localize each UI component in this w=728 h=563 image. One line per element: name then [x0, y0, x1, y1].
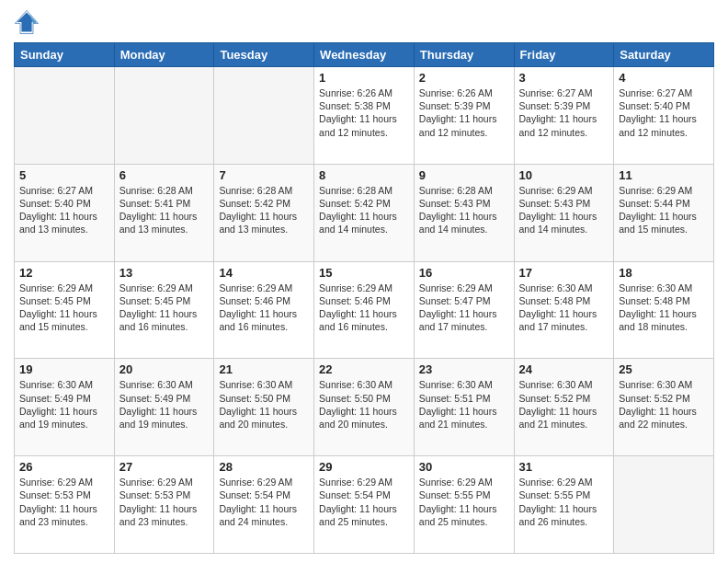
page: SundayMondayTuesdayWednesdayThursdayFrid…: [0, 0, 728, 563]
week-row-2: 5Sunrise: 6:27 AMSunset: 5:40 PMDaylight…: [15, 164, 714, 261]
header-day-wednesday: Wednesday: [314, 43, 415, 67]
day-info: Sunrise: 6:27 AMSunset: 5:40 PMDaylight:…: [19, 184, 109, 236]
logo: [14, 9, 43, 35]
day-info: Sunrise: 6:28 AMSunset: 5:42 PMDaylight:…: [219, 184, 309, 236]
day-info: Sunrise: 6:28 AMSunset: 5:43 PMDaylight:…: [419, 184, 509, 236]
header-day-thursday: Thursday: [414, 43, 514, 67]
day-info: Sunrise: 6:29 AMSunset: 5:43 PMDaylight:…: [519, 184, 609, 236]
header: [14, 9, 714, 35]
day-info: Sunrise: 6:29 AMSunset: 5:54 PMDaylight:…: [219, 476, 309, 528]
day-cell: 4Sunrise: 6:27 AMSunset: 5:40 PMDaylight…: [614, 67, 714, 165]
day-cell: 19Sunrise: 6:30 AMSunset: 5:49 PMDayligh…: [15, 359, 115, 456]
day-number: 23: [419, 362, 509, 376]
day-cell: 1Sunrise: 6:26 AMSunset: 5:38 PMDaylight…: [314, 67, 415, 165]
day-cell: 10Sunrise: 6:29 AMSunset: 5:43 PMDayligh…: [514, 164, 614, 261]
day-info: Sunrise: 6:26 AMSunset: 5:39 PMDaylight:…: [419, 86, 509, 139]
day-number: 22: [319, 362, 409, 376]
day-number: 7: [219, 168, 309, 182]
day-cell: 21Sunrise: 6:30 AMSunset: 5:50 PMDayligh…: [214, 359, 314, 456]
week-row-1: 1Sunrise: 6:26 AMSunset: 5:38 PMDaylight…: [15, 67, 714, 165]
day-info: Sunrise: 6:30 AMSunset: 5:48 PMDaylight:…: [619, 282, 709, 334]
day-info: Sunrise: 6:29 AMSunset: 5:45 PMDaylight:…: [19, 282, 109, 334]
day-info: Sunrise: 6:29 AMSunset: 5:53 PMDaylight:…: [119, 476, 210, 528]
day-info: Sunrise: 6:30 AMSunset: 5:50 PMDaylight:…: [319, 378, 409, 431]
day-number: 10: [519, 168, 609, 182]
calendar-body: 1Sunrise: 6:26 AMSunset: 5:38 PMDaylight…: [15, 67, 714, 554]
day-info: Sunrise: 6:29 AMSunset: 5:47 PMDaylight:…: [419, 282, 509, 334]
day-number: 2: [419, 71, 509, 85]
week-row-5: 26Sunrise: 6:29 AMSunset: 5:53 PMDayligh…: [15, 456, 714, 554]
day-info: Sunrise: 6:30 AMSunset: 5:51 PMDaylight:…: [419, 378, 509, 431]
day-cell: 6Sunrise: 6:28 AMSunset: 5:41 PMDaylight…: [114, 164, 214, 261]
day-info: Sunrise: 6:30 AMSunset: 5:52 PMDaylight:…: [519, 378, 609, 431]
header-day-saturday: Saturday: [614, 43, 714, 67]
day-number: 16: [419, 266, 509, 280]
day-info: Sunrise: 6:30 AMSunset: 5:49 PMDaylight:…: [119, 378, 210, 431]
day-cell: 13Sunrise: 6:29 AMSunset: 5:45 PMDayligh…: [114, 261, 214, 359]
day-number: 18: [619, 266, 709, 280]
day-cell: [214, 67, 314, 165]
day-info: Sunrise: 6:29 AMSunset: 5:54 PMDaylight:…: [319, 476, 409, 528]
day-cell: [614, 456, 714, 554]
day-cell: 23Sunrise: 6:30 AMSunset: 5:51 PMDayligh…: [414, 359, 514, 456]
day-info: Sunrise: 6:28 AMSunset: 5:42 PMDaylight:…: [319, 184, 409, 236]
day-number: 29: [319, 460, 409, 474]
day-number: 9: [419, 168, 509, 182]
day-cell: 9Sunrise: 6:28 AMSunset: 5:43 PMDaylight…: [414, 164, 514, 261]
day-info: Sunrise: 6:28 AMSunset: 5:41 PMDaylight:…: [119, 184, 210, 236]
day-cell: 29Sunrise: 6:29 AMSunset: 5:54 PMDayligh…: [314, 456, 415, 554]
day-number: 21: [219, 362, 309, 376]
day-number: 8: [319, 168, 409, 182]
day-number: 25: [619, 362, 709, 376]
day-cell: [114, 67, 214, 165]
day-cell: 3Sunrise: 6:27 AMSunset: 5:39 PMDaylight…: [514, 67, 614, 165]
day-info: Sunrise: 6:27 AMSunset: 5:40 PMDaylight:…: [619, 86, 709, 139]
day-number: 5: [19, 168, 109, 182]
header-day-friday: Friday: [514, 43, 614, 67]
day-cell: 31Sunrise: 6:29 AMSunset: 5:55 PMDayligh…: [514, 456, 614, 554]
day-number: 4: [619, 71, 709, 85]
day-number: 13: [119, 266, 210, 280]
day-cell: 24Sunrise: 6:30 AMSunset: 5:52 PMDayligh…: [514, 359, 614, 456]
day-number: 1: [319, 71, 409, 85]
header-row: SundayMondayTuesdayWednesdayThursdayFrid…: [15, 43, 714, 67]
day-cell: 18Sunrise: 6:30 AMSunset: 5:48 PMDayligh…: [614, 261, 714, 359]
day-number: 12: [19, 266, 109, 280]
day-info: Sunrise: 6:29 AMSunset: 5:44 PMDaylight:…: [619, 184, 709, 236]
day-cell: [15, 67, 115, 165]
day-info: Sunrise: 6:29 AMSunset: 5:46 PMDaylight:…: [219, 282, 309, 334]
day-cell: 16Sunrise: 6:29 AMSunset: 5:47 PMDayligh…: [414, 261, 514, 359]
week-row-3: 12Sunrise: 6:29 AMSunset: 5:45 PMDayligh…: [15, 261, 714, 359]
day-info: Sunrise: 6:30 AMSunset: 5:52 PMDaylight:…: [619, 378, 709, 431]
day-number: 24: [519, 362, 609, 376]
day-cell: 28Sunrise: 6:29 AMSunset: 5:54 PMDayligh…: [214, 456, 314, 554]
day-info: Sunrise: 6:30 AMSunset: 5:48 PMDaylight:…: [519, 282, 609, 334]
calendar-header: SundayMondayTuesdayWednesdayThursdayFrid…: [15, 43, 714, 67]
day-cell: 22Sunrise: 6:30 AMSunset: 5:50 PMDayligh…: [314, 359, 415, 456]
day-cell: 26Sunrise: 6:29 AMSunset: 5:53 PMDayligh…: [15, 456, 115, 554]
day-number: 31: [519, 460, 609, 474]
week-row-4: 19Sunrise: 6:30 AMSunset: 5:49 PMDayligh…: [15, 359, 714, 456]
day-cell: 8Sunrise: 6:28 AMSunset: 5:42 PMDaylight…: [314, 164, 415, 261]
day-number: 30: [419, 460, 509, 474]
day-info: Sunrise: 6:27 AMSunset: 5:39 PMDaylight:…: [519, 86, 609, 139]
day-info: Sunrise: 6:26 AMSunset: 5:38 PMDaylight:…: [319, 86, 409, 139]
day-info: Sunrise: 6:29 AMSunset: 5:55 PMDaylight:…: [519, 476, 609, 528]
day-info: Sunrise: 6:30 AMSunset: 5:49 PMDaylight:…: [19, 378, 109, 431]
day-number: 15: [319, 266, 409, 280]
day-info: Sunrise: 6:29 AMSunset: 5:46 PMDaylight:…: [319, 282, 409, 334]
calendar-table: SundayMondayTuesdayWednesdayThursdayFrid…: [14, 42, 714, 554]
day-cell: 5Sunrise: 6:27 AMSunset: 5:40 PMDaylight…: [15, 164, 115, 261]
day-cell: 11Sunrise: 6:29 AMSunset: 5:44 PMDayligh…: [614, 164, 714, 261]
day-number: 6: [119, 168, 210, 182]
day-number: 27: [119, 460, 210, 474]
day-cell: 27Sunrise: 6:29 AMSunset: 5:53 PMDayligh…: [114, 456, 214, 554]
day-cell: 30Sunrise: 6:29 AMSunset: 5:55 PMDayligh…: [414, 456, 514, 554]
day-info: Sunrise: 6:29 AMSunset: 5:55 PMDaylight:…: [419, 476, 509, 528]
day-info: Sunrise: 6:29 AMSunset: 5:45 PMDaylight:…: [119, 282, 210, 334]
day-cell: 15Sunrise: 6:29 AMSunset: 5:46 PMDayligh…: [314, 261, 415, 359]
day-info: Sunrise: 6:30 AMSunset: 5:50 PMDaylight:…: [219, 378, 309, 431]
day-number: 20: [119, 362, 210, 376]
day-cell: 14Sunrise: 6:29 AMSunset: 5:46 PMDayligh…: [214, 261, 314, 359]
header-day-monday: Monday: [114, 43, 214, 67]
